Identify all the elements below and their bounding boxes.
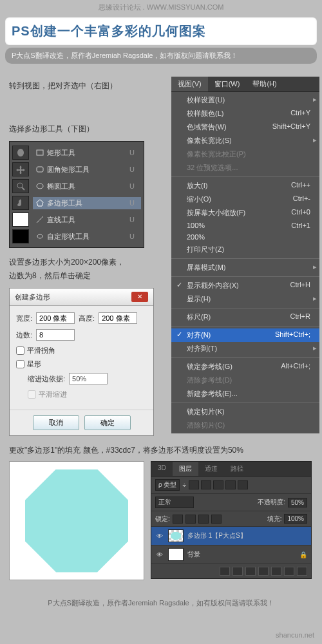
ok-button[interactable]: 确定 <box>84 415 131 430</box>
star-checkbox[interactable] <box>16 360 24 368</box>
filter-smart-icon[interactable] <box>238 480 248 489</box>
filter-kind-select[interactable]: ρ 类型 <box>155 479 180 491</box>
menu-item[interactable]: 屏幕模式(M) <box>171 261 319 274</box>
menu-tab-view[interactable]: 视图(V) <box>171 77 208 91</box>
svg-rect-0 <box>37 150 43 155</box>
menu-item-label: 校样设置(U) <box>187 95 225 105</box>
menu-shortcut: Ctrl+1 <box>291 222 310 229</box>
create-polygon-dialog: 创建多边形 ✕ 宽度: 高度: 边数: 平滑拐角 星形 <box>9 288 154 436</box>
shortcut: U <box>129 149 138 156</box>
lock-icon: 🔒 <box>299 551 307 558</box>
tool-ellipse[interactable]: 椭圆工具U <box>33 180 141 193</box>
star-label: 星形 <box>27 359 41 369</box>
menu-shortcut: Ctrl+Y <box>290 109 310 118</box>
tool-line[interactable]: 直线工具U <box>33 214 141 226</box>
menu-item-label: 放大(I) <box>187 181 207 191</box>
dialog-title: 创建多边形 <box>15 292 50 302</box>
tool-polygon-label: 多边形工具 <box>47 198 82 208</box>
menu-item[interactable]: 100%Ctrl+1 <box>171 220 319 231</box>
menu-bar: 视图(V) 窗口(W) 帮助(H) <box>171 77 319 92</box>
tool-roundrect[interactable]: 圆角矩形工具U <box>33 164 141 176</box>
visibility-icon[interactable]: 👁 <box>155 533 164 540</box>
bg-color-swatch[interactable] <box>12 229 29 243</box>
menu-item-label: 像素长宽比(S) <box>187 136 232 146</box>
menu-item[interactable]: 缩小(O)Ctrl+- <box>171 193 319 206</box>
filter-adjust-icon[interactable] <box>201 480 211 489</box>
menu-tab-help[interactable]: 帮助(H) <box>246 77 283 91</box>
menu-item[interactable]: 对齐到(T) <box>171 342 319 355</box>
instruction-step2: 选择多边形工具（下图） <box>9 124 164 135</box>
menu-item[interactable]: 色域警告(W)Shift+Ctrl+Y <box>171 120 319 134</box>
filter-type-icon[interactable] <box>213 480 223 489</box>
opacity-field[interactable]: 50% <box>288 498 307 507</box>
menu-item[interactable]: 显示(H) <box>171 292 319 306</box>
menu-item[interactable]: 锁定切片(K) <box>171 405 319 419</box>
fg-color-swatch[interactable] <box>12 213 29 227</box>
menu-item[interactable]: 新建参考线(E)... <box>171 387 319 401</box>
lock-pos-icon[interactable] <box>198 515 209 524</box>
layer-polygon[interactable]: 👁 多边形 1【P大点S】 <box>151 527 311 545</box>
lock-label: 锁定: <box>155 515 170 524</box>
svg-line-6 <box>37 216 43 223</box>
move-tool-icon[interactable] <box>12 162 29 176</box>
menu-item[interactable]: 锁定参考线(G)Alt+Ctrl+; <box>171 360 319 374</box>
instruction-step4: 更改"多边形1"的填充 颜色，#33cdc7，将多边形不透明度设置为50% <box>9 445 313 456</box>
mask-icon[interactable] <box>245 567 256 576</box>
visibility-icon[interactable]: 👁 <box>155 551 164 558</box>
menu-item[interactable]: 按屏幕大小缩放(F)Ctrl+0 <box>171 206 319 220</box>
sides-field[interactable] <box>36 329 75 341</box>
tool-rect[interactable]: 矩形工具U <box>33 147 141 159</box>
menu-shortcut: Ctrl++ <box>291 181 310 191</box>
tab-3d[interactable]: 3D <box>151 462 173 476</box>
octagon-shape <box>25 469 128 573</box>
width-field[interactable] <box>36 312 75 324</box>
menu-item[interactable]: 对齐(N)Shift+Ctrl+; <box>171 328 319 342</box>
menu-item[interactable]: 校样颜色(L)Ctrl+Y <box>171 107 319 120</box>
fill-field[interactable]: 100% <box>284 514 307 524</box>
lock-trans-icon[interactable] <box>173 515 183 524</box>
tool-custom-shape[interactable]: 自定形状工具U <box>33 231 141 243</box>
fx-icon[interactable] <box>232 567 243 576</box>
menu-item[interactable]: 标尺(R)Ctrl+R <box>171 310 319 324</box>
menu-item: 32 位预览选项... <box>171 161 319 175</box>
menu-item-label: 打印尺寸(Z) <box>187 245 224 254</box>
trash-icon[interactable] <box>297 567 307 576</box>
menu-item[interactable]: 显示额外内容(X)Ctrl+H <box>171 279 319 292</box>
fill-label: 填充: <box>267 515 282 524</box>
filter-pixel-icon[interactable] <box>189 480 199 489</box>
menu-tab-window[interactable]: 窗口(W) <box>208 77 247 91</box>
fill-adj-icon[interactable] <box>258 567 269 576</box>
menu-item[interactable]: 校样设置(U) <box>171 93 319 107</box>
tool-polygon[interactable]: 多边形工具U <box>33 197 141 209</box>
shape-tools-flyout: 矩形工具U 圆角矩形工具U 椭圆工具U 多边形工具U 直线工具U <box>9 141 144 248</box>
menu-item[interactable]: 放大(I)Ctrl++ <box>171 179 319 193</box>
blend-mode-select[interactable]: 正常 <box>155 497 194 508</box>
zoom-tool-icon[interactable] <box>12 179 29 193</box>
height-field[interactable] <box>99 312 137 324</box>
menu-item-label: 标尺(R) <box>187 312 211 322</box>
tab-channels[interactable]: 通道 <box>198 462 224 476</box>
lock-image-icon[interactable] <box>185 515 196 524</box>
menu-item[interactable]: 打印尺寸(Z) <box>171 243 319 256</box>
group-icon[interactable] <box>271 567 281 576</box>
layer-thumb <box>168 529 184 542</box>
menu-shortcut: Alt+Ctrl+; <box>281 362 310 372</box>
cancel-button[interactable]: 取消 <box>33 415 79 430</box>
hand-tool-icon[interactable] <box>12 196 29 210</box>
menu-item[interactable]: 200% <box>171 231 319 243</box>
smooth-corners-checkbox[interactable] <box>16 346 24 355</box>
instruction-step3b: 边数为8，然后单击确定 <box>9 270 164 281</box>
menu-shortcut: Ctrl+H <box>290 281 310 290</box>
new-layer-icon[interactable] <box>284 567 294 576</box>
layer-background[interactable]: 👁 背景 🔒 <box>151 545 311 564</box>
link-icon[interactable] <box>220 567 230 576</box>
menu-item[interactable]: 像素长宽比(S) <box>171 134 319 147</box>
close-icon[interactable]: ✕ <box>131 292 148 302</box>
tab-paths[interactable]: 路径 <box>224 462 250 476</box>
filter-shape-icon[interactable] <box>225 480 236 489</box>
author-credit: P大点S翻译改造，原作者Jeremiah Ragsdale，如有版权问题请联系我… <box>5 48 317 64</box>
blob-tool-icon[interactable] <box>12 146 29 160</box>
lock-all-icon[interactable] <box>211 515 222 524</box>
tab-layers[interactable]: 图层 <box>173 462 198 476</box>
shortcut: U <box>129 216 138 223</box>
